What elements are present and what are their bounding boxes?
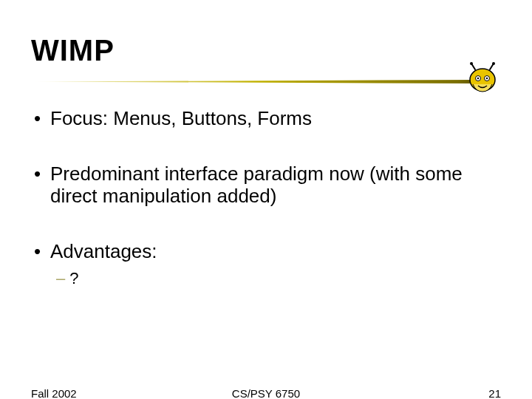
svg-point-3 (492, 62, 495, 65)
bullet-text: Advantages: (50, 240, 157, 263)
slide-body: • Focus: Menus, Buttons, Forms • Predomi… (34, 107, 492, 288)
footer-center: CS/PSY 6750 (0, 387, 532, 399)
bullet-item: • Advantages: (34, 240, 492, 263)
bullet-text: Focus: Menus, Buttons, Forms (50, 107, 312, 130)
bullet-text: Predominant interface paradigm now (with… (50, 163, 492, 208)
sub-bullet-text: ? (69, 269, 78, 288)
footer-page-number: 21 (488, 387, 501, 399)
sub-bullet-marker: – (56, 269, 65, 288)
svg-marker-0 (31, 80, 480, 83)
slide-title: WIMP (31, 34, 115, 67)
bullet-marker: • (34, 107, 44, 130)
bullet-marker: • (34, 163, 44, 208)
svg-point-2 (470, 62, 473, 65)
bullet-item: • Predominant interface paradigm now (wi… (34, 163, 492, 208)
bullet-marker: • (34, 240, 44, 263)
svg-point-7 (486, 78, 488, 80)
slide: WIMP (0, 0, 532, 399)
sub-bullet-item: – ? (56, 269, 492, 288)
svg-point-6 (477, 78, 480, 80)
bullet-item: • Focus: Menus, Buttons, Forms (34, 107, 492, 130)
mascot-icon (464, 62, 501, 95)
title-underline (31, 80, 480, 83)
